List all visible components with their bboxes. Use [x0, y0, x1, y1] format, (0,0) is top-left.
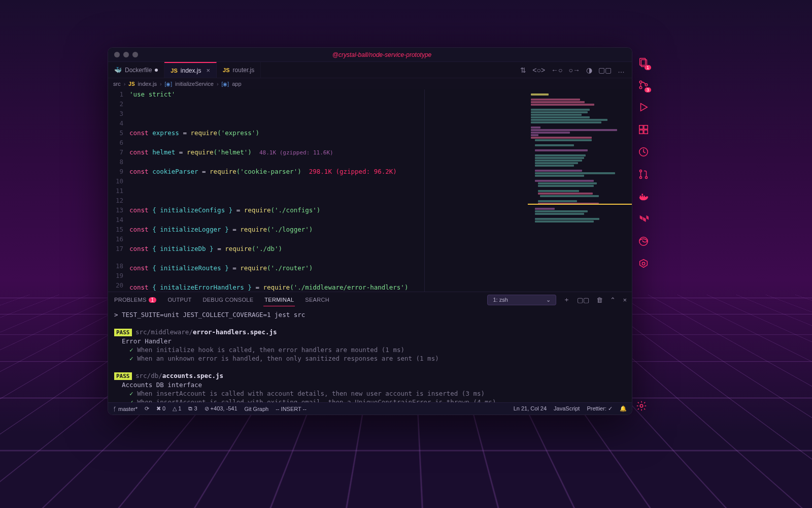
svg-rect-5 — [639, 125, 643, 129]
js-icon: JS — [128, 81, 134, 87]
svg-point-4 — [645, 84, 648, 86]
svg-point-11 — [639, 176, 641, 178]
split-terminal-icon[interactable]: ▢▢ — [577, 296, 589, 304]
more-icon[interactable]: … — [618, 66, 625, 74]
svg-point-2 — [639, 81, 642, 83]
symbol-icon: [◉] — [222, 81, 229, 87]
chevron-down-icon: ⌄ — [546, 297, 551, 303]
status-bar: ᚶ master* ⟳ ✖ 0 △ 1 ⧉ 3 ⊘ +403, -541 Git… — [108, 402, 632, 415]
docker-icon: 🐳 — [114, 67, 122, 74]
edge-icon[interactable] — [637, 235, 650, 248]
js-icon: JS — [171, 68, 177, 74]
close-icon[interactable]: × — [207, 67, 211, 74]
terminal-select[interactable]: 1: zsh⌄ — [487, 295, 556, 305]
breadcrumb[interactable]: src› JS index.js› [◉] initializeService›… — [108, 78, 632, 89]
cursor-position[interactable]: Ln 21, Col 24 — [514, 405, 547, 412]
tab-bar: 🐳 Dockerfile JS index.js × JS router.js … — [108, 62, 632, 78]
symbol-icon: [◉] — [165, 81, 173, 87]
run-debug-icon[interactable] — [637, 101, 650, 114]
terminal-tab[interactable]: TERMINAL — [263, 294, 295, 306]
explorer-icon[interactable]: 1 — [637, 56, 650, 69]
git-graph[interactable]: Git Graph — [245, 406, 269, 412]
trash-icon[interactable]: 🗑 — [596, 296, 603, 304]
error-count[interactable]: ✖ 0 — [156, 405, 165, 412]
svg-point-18 — [642, 262, 645, 265]
references[interactable]: ⧉ 3 — [188, 405, 197, 412]
git-branch[interactable]: ᚶ master* — [113, 406, 138, 412]
editor-actions: ⇅ <○> ←○ ○→ ◑ ▢▢ … — [513, 62, 632, 78]
code-editor[interactable]: 1234567891011121314151617181920212223242… — [108, 89, 528, 292]
svg-point-3 — [639, 86, 642, 89]
titlebar[interactable]: @crystal-ball/node-service-prototype — [108, 48, 632, 62]
minimap[interactable] — [528, 89, 632, 292]
tab-router-js[interactable]: JS router.js — [217, 62, 261, 78]
prettier-status[interactable]: Prettier: ✓ — [587, 405, 613, 412]
bottom-panel: PROBLEMS1 OUTPUT DEBUG CONSOLE TERMINAL … — [108, 292, 632, 402]
prev-change-icon[interactable]: ←○ — [551, 66, 562, 74]
kubernetes-icon[interactable] — [637, 257, 650, 270]
vim-mode: -- INSERT -- — [276, 406, 307, 412]
language-mode[interactable]: JavaScript — [554, 405, 580, 412]
modified-indicator — [155, 69, 158, 72]
js-icon: JS — [223, 67, 229, 73]
sync-icon[interactable]: ⟳ — [145, 405, 149, 412]
svg-rect-6 — [644, 125, 648, 129]
close-panel-icon[interactable]: × — [623, 296, 627, 304]
svg-point-12 — [645, 176, 647, 178]
diff-stat[interactable]: ⊘ +403, -541 — [205, 405, 238, 412]
window-title: @crystal-ball/node-service-prototype — [138, 51, 626, 58]
tab-dockerfile[interactable]: 🐳 Dockerfile — [108, 62, 164, 78]
terminal-output[interactable]: > TEST_SUITE=unit JEST_COLLECT_COVERAGE=… — [108, 307, 632, 402]
search-tab[interactable]: SEARCH — [304, 294, 330, 306]
pull-request-icon[interactable] — [637, 168, 650, 181]
output-tab[interactable]: OUTPUT — [166, 294, 192, 306]
editor-window: @crystal-ball/node-service-prototype 🐳 D… — [108, 47, 632, 415]
tab-index-js[interactable]: JS index.js × — [164, 62, 217, 78]
svg-rect-13 — [640, 196, 641, 197]
svg-point-10 — [639, 170, 641, 172]
debug-console-tab[interactable]: DEBUG CONSOLE — [201, 294, 254, 306]
compare-icon[interactable]: ⇅ — [520, 66, 526, 74]
svg-point-17 — [639, 237, 648, 246]
run-icon[interactable]: ◑ — [586, 66, 592, 74]
split-editor-icon[interactable]: ▢▢ — [598, 66, 612, 74]
extensions-icon[interactable] — [637, 123, 650, 136]
svg-rect-8 — [644, 130, 648, 134]
terraform-icon[interactable] — [637, 212, 650, 226]
svg-rect-7 — [639, 130, 643, 134]
activity-bar: 1 3 — [633, 52, 654, 270]
new-terminal-icon[interactable]: ＋ — [563, 295, 570, 304]
line-gutter: 1234567891011121314151617181920212223242… — [108, 89, 128, 292]
svg-rect-15 — [644, 196, 645, 197]
svg-rect-14 — [641, 196, 643, 197]
docker-icon[interactable] — [637, 190, 650, 203]
gitlens-icon[interactable] — [637, 145, 650, 158]
next-change-icon[interactable]: ○→ — [569, 66, 580, 74]
source-control-icon[interactable]: 3 — [637, 78, 650, 91]
diff-icon[interactable]: <○> — [532, 66, 545, 74]
maximize-panel-icon[interactable]: ⌃ — [610, 296, 616, 304]
notifications-icon[interactable]: 🔔 — [620, 405, 627, 412]
warning-count[interactable]: △ 1 — [173, 405, 181, 412]
problems-tab[interactable]: PROBLEMS1 — [113, 294, 157, 306]
settings-gear-icon[interactable] — [636, 400, 647, 414]
traffic-lights[interactable] — [114, 52, 138, 57]
svg-rect-16 — [641, 194, 643, 196]
svg-point-19 — [640, 404, 643, 407]
